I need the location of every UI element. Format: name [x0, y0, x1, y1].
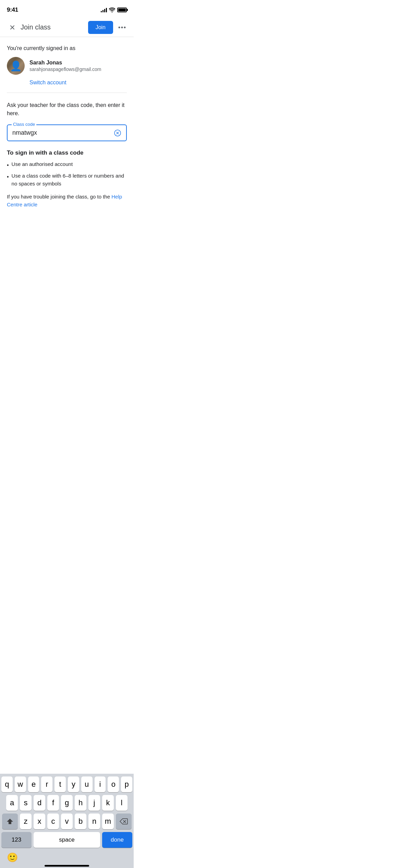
page-title: Join class	[21, 23, 88, 31]
instruction-text: Ask your teacher for the class code, the…	[7, 101, 127, 118]
status-time: 9:41	[7, 7, 18, 13]
join-button[interactable]: Join	[88, 21, 113, 34]
class-code-input[interactable]	[12, 129, 111, 136]
battery-icon	[117, 8, 127, 12]
bullet-dot-1: •	[7, 161, 9, 169]
clear-input-button[interactable]	[112, 128, 123, 138]
bullet-item-2: • Use a class code with 6–8 letters or n…	[7, 172, 127, 188]
svg-point-0	[119, 26, 120, 28]
more-options-button[interactable]	[116, 21, 128, 34]
info-section-title: To sign in with a class code	[7, 149, 127, 156]
class-code-field[interactable]: Class code	[7, 124, 127, 141]
account-row: Sarah Jonas sarahjonaspageflows@gmail.co…	[7, 57, 127, 75]
signal-icon	[101, 8, 107, 12]
bullet-text-1: Use an authorised account	[12, 160, 73, 168]
avatar	[7, 57, 25, 75]
divider	[7, 93, 127, 93]
account-info: Sarah Jonas sarahjonaspageflows@gmail.co…	[29, 60, 101, 72]
svg-point-1	[121, 26, 123, 28]
bullet-item-1: • Use an authorised account	[7, 160, 127, 169]
trouble-text: If you have trouble joining the class, g…	[7, 193, 127, 208]
signed-in-label: You're currently signed in as	[7, 45, 127, 51]
close-button[interactable]	[5, 21, 19, 34]
wifi-icon	[109, 8, 115, 12]
bullet-text-2: Use a class code with 6–8 letters or num…	[12, 172, 127, 188]
svg-point-2	[124, 26, 126, 28]
main-content: You're currently signed in as Sarah Jona…	[0, 37, 134, 208]
bullet-list: • Use an authorised account • Use a clas…	[7, 160, 127, 188]
nav-actions: Join	[88, 21, 128, 34]
status-icons	[101, 8, 127, 12]
nav-bar: Join class Join	[0, 18, 134, 37]
switch-account-link[interactable]: Switch account	[29, 80, 127, 86]
input-label: Class code	[12, 122, 36, 127]
status-bar: 9:41	[0, 0, 134, 18]
bullet-dot-2: •	[7, 173, 9, 181]
account-name: Sarah Jonas	[29, 60, 101, 66]
trouble-prefix: If you have trouble joining the class, g…	[7, 194, 111, 200]
account-email: sarahjonaspageflows@gmail.com	[29, 67, 101, 72]
